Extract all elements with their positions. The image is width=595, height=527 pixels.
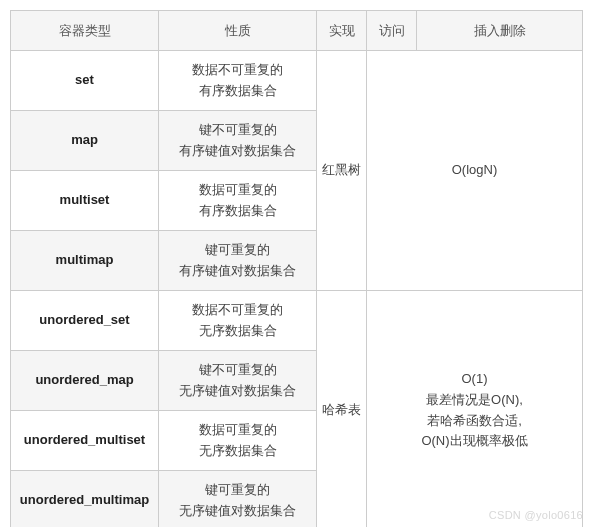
cell-name: multimap xyxy=(11,231,159,291)
cell-name: unordered_set xyxy=(11,291,159,351)
table-row: set 数据不可重复的有序数据集合 红黑树 O(logN) xyxy=(11,51,583,111)
container-comparison-table: 容器类型 性质 实现 访问 插入删除 set 数据不可重复的有序数据集合 红黑树… xyxy=(10,10,583,527)
cell-complexity: O(logN) xyxy=(367,51,583,291)
cell-prop: 数据不可重复的有序数据集合 xyxy=(159,51,317,111)
cell-complexity: O(1) 最差情况是O(N), 若哈希函数合适, O(N)出现概率极低 xyxy=(367,291,583,528)
cell-prop: 键不可重复的有序键值对数据集合 xyxy=(159,111,317,171)
header-ins: 插入删除 xyxy=(417,11,583,51)
cell-prop: 数据可重复的有序数据集合 xyxy=(159,171,317,231)
cell-name: unordered_multimap xyxy=(11,471,159,528)
header-prop: 性质 xyxy=(159,11,317,51)
header-acc: 访问 xyxy=(367,11,417,51)
watermark-text: CSDN @yolo0616 xyxy=(489,509,583,521)
cell-prop: 键可重复的有序键值对数据集合 xyxy=(159,231,317,291)
cell-name: multiset xyxy=(11,171,159,231)
table-row: unordered_set 数据不可重复的无序数据集合 哈希表 O(1) 最差情… xyxy=(11,291,583,351)
header-impl: 实现 xyxy=(317,11,367,51)
cell-name: unordered_multiset xyxy=(11,411,159,471)
cell-name: set xyxy=(11,51,159,111)
cell-prop: 键可重复的无序键值对数据集合 xyxy=(159,471,317,528)
cell-prop: 数据可重复的无序数据集合 xyxy=(159,411,317,471)
cell-prop: 键不可重复的无序键值对数据集合 xyxy=(159,351,317,411)
cell-impl: 红黑树 xyxy=(317,51,367,291)
header-name: 容器类型 xyxy=(11,11,159,51)
cell-name: map xyxy=(11,111,159,171)
cell-name: unordered_map xyxy=(11,351,159,411)
cell-prop: 数据不可重复的无序数据集合 xyxy=(159,291,317,351)
table-header-row: 容器类型 性质 实现 访问 插入删除 xyxy=(11,11,583,51)
cell-impl: 哈希表 xyxy=(317,291,367,528)
